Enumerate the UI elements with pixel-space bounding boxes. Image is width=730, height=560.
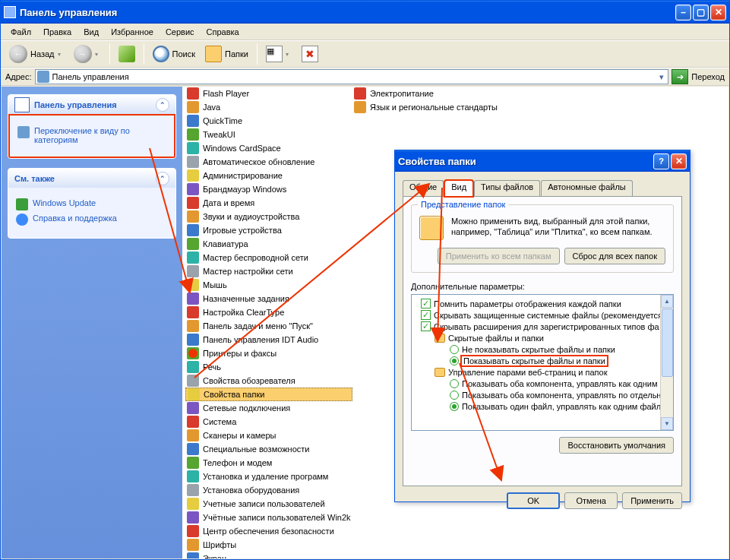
menu-edit[interactable]: Правка (38, 26, 77, 38)
cp-item[interactable]: Свойства папки (185, 388, 352, 401)
cp-item[interactable]: Язык и региональные стандарты (352, 100, 520, 114)
address-input[interactable]: Панель управления ▾ (35, 69, 669, 84)
cp-item[interactable]: Свойства обозревателя (185, 374, 352, 388)
cp-item[interactable]: Мастер настройки сети (185, 264, 352, 278)
cp-item[interactable]: Телефон и модем (185, 456, 352, 470)
switch-category-view-link[interactable]: Переключение к виду по категориям (17, 126, 166, 144)
up-button[interactable] (115, 43, 139, 65)
cp-item[interactable]: Клавиатура (185, 237, 352, 251)
tasks-header-2[interactable]: См. также ⌃ (8, 169, 175, 188)
scrollbar[interactable]: ▲ ▼ (660, 295, 673, 430)
cp-item[interactable]: Принтеры и факсы (185, 346, 352, 360)
cp-item[interactable]: Установка оборудования (185, 483, 352, 497)
collapse-icon[interactable]: ⌃ (156, 98, 169, 112)
cp-item[interactable]: Мастер беспроводной сети (185, 251, 352, 264)
tab-general[interactable]: Общие (403, 180, 444, 197)
help-support-link[interactable]: Справка и поддержка (16, 214, 168, 226)
radio-icon (450, 345, 459, 354)
go-button[interactable]: ➔ (672, 69, 688, 84)
link-label: Справка и поддержка (33, 214, 117, 223)
tree-row[interactable]: Не показывать скрытые файлы и папки (413, 343, 672, 355)
cp-item[interactable]: Администрирование (185, 169, 352, 182)
cp-item[interactable]: Мышь (185, 278, 352, 292)
dialog-close-button[interactable]: ✕ (671, 153, 687, 169)
collapse-icon[interactable]: ⌃ (156, 172, 169, 185)
dialog-titlebar[interactable]: Свойства папки ? ✕ (395, 150, 690, 172)
cp-item[interactable]: Шрифты (185, 538, 352, 552)
cp-item[interactable]: Дата и время (185, 196, 352, 210)
cp-item[interactable]: Сканеры и камеры (185, 429, 352, 442)
cp-item[interactable]: Автоматическое обновление (185, 155, 352, 169)
help-button[interactable]: ? (653, 153, 669, 169)
cp-item[interactable]: Центр обеспечения безопасности (185, 524, 352, 538)
apply-button[interactable]: Применить (622, 492, 682, 509)
cp-item[interactable]: Речь (185, 360, 352, 374)
ok-button[interactable]: OK (507, 492, 560, 509)
back-button[interactable]: ←Назад▾ (5, 43, 68, 65)
tree-row[interactable]: ✓Помнить параметры отображения каждой па… (413, 298, 672, 309)
cp-item[interactable]: Электропитание (352, 87, 520, 100)
minimize-button[interactable]: – (675, 5, 691, 21)
cp-item[interactable]: Java (185, 100, 352, 114)
folders-button[interactable]: Папки (201, 43, 252, 65)
cp-item[interactable]: Игровые устройства (185, 223, 352, 237)
cp-item[interactable]: Учетные записи пользователей (185, 497, 352, 511)
tab-offline-files[interactable]: Автономные файлы (541, 180, 633, 197)
cp-item[interactable]: TweakUI (185, 128, 352, 141)
cp-item[interactable]: Учётные записи пользователей Win2k (185, 511, 352, 524)
close-button[interactable]: ✕ (710, 5, 726, 21)
cp-item-label: Система (203, 417, 236, 426)
advanced-tree[interactable]: ✓Помнить параметры отображения каждой па… (411, 294, 674, 431)
address-dropdown-icon[interactable]: ▾ (657, 72, 666, 82)
tab-view[interactable]: Вид (444, 180, 473, 197)
cp-item[interactable]: Сетевые подключения (185, 401, 352, 415)
cancel-button[interactable]: Отмена (564, 492, 618, 509)
delete-button[interactable]: ✖ (298, 43, 322, 65)
cp-item-label: Принтеры и факсы (203, 349, 277, 358)
cp-item[interactable]: Настройка ClearType (185, 305, 352, 319)
scroll-up-icon[interactable]: ▲ (661, 295, 673, 308)
tree-row[interactable]: Показывать оба компонента, управлять как… (413, 378, 672, 389)
menu-help[interactable]: Справка (201, 26, 245, 38)
maximize-button[interactable]: ▢ (693, 5, 709, 21)
tree-row[interactable]: Скрытые файлы и папки (413, 332, 672, 343)
windows-update-link[interactable]: Windows Update (16, 198, 168, 210)
tree-row[interactable]: ✓Скрывать расширения для зарегистрирован… (413, 321, 672, 332)
tab-file-types[interactable]: Типы файлов (474, 180, 540, 197)
restore-defaults-button[interactable]: Восстановить умолчания (559, 437, 674, 454)
cp-item[interactable]: Установка и удаление программ (185, 470, 352, 483)
cp-item[interactable]: Windows CardSpace (185, 141, 352, 155)
cp-item[interactable]: Звуки и аудиоустройства (185, 210, 352, 223)
apply-to-all-button[interactable]: Применить ко всем папкам (438, 248, 560, 264)
scroll-down-icon[interactable]: ▼ (661, 417, 673, 430)
scroll-thumb[interactable] (662, 308, 673, 377)
tree-row[interactable]: ✓Скрывать защищенные системные файлы (ре… (413, 309, 672, 321)
views-button[interactable]: ▦▾ (262, 43, 295, 65)
cp-item[interactable]: Назначенные задания (185, 292, 352, 305)
tree-row[interactable]: Управление парами веб-страниц и папок (413, 366, 672, 378)
folder-icon (435, 334, 445, 343)
tasks-header-1[interactable]: Панель управления ⌃ (8, 95, 175, 114)
menu-service[interactable]: Сервис (160, 26, 200, 38)
cp-item[interactable]: Система (185, 415, 352, 429)
cp-item[interactable]: Экран (185, 552, 352, 558)
cp-item-label: Шрифты (203, 540, 236, 549)
cp-item[interactable]: Специальные возможности (185, 442, 352, 456)
titlebar[interactable]: Панель управления – ▢ ✕ (1, 1, 729, 24)
cp-item[interactable]: Панель задач и меню "Пуск" (185, 319, 352, 333)
menu-favorites[interactable]: Избранное (106, 26, 159, 38)
cp-item[interactable]: Панель управления IDT Audio (185, 333, 352, 346)
tree-label: Показывать оба компонента, управлять как… (462, 379, 672, 388)
cp-item[interactable]: Flash Player (185, 87, 352, 100)
tree-row[interactable]: Показывать оба компонента, управлять по … (413, 389, 672, 400)
forward-button[interactable]: →▾ (70, 43, 105, 65)
cp-item[interactable]: QuickTime (185, 114, 352, 128)
menu-file[interactable]: Файл (5, 26, 36, 38)
search-button[interactable]: Поиск (149, 43, 199, 65)
tree-row[interactable]: Показывать скрытые файлы и папки (413, 355, 672, 366)
menu-view[interactable]: Вид (78, 26, 104, 38)
cp-item-label: Панель задач и меню "Пуск" (203, 321, 313, 331)
tree-row[interactable]: Показывать один файл, управлять как одни… (413, 400, 672, 412)
cp-item[interactable]: Брандмауэр Windows (185, 182, 352, 196)
reset-all-button[interactable]: Сброс для всех папок (564, 248, 666, 264)
